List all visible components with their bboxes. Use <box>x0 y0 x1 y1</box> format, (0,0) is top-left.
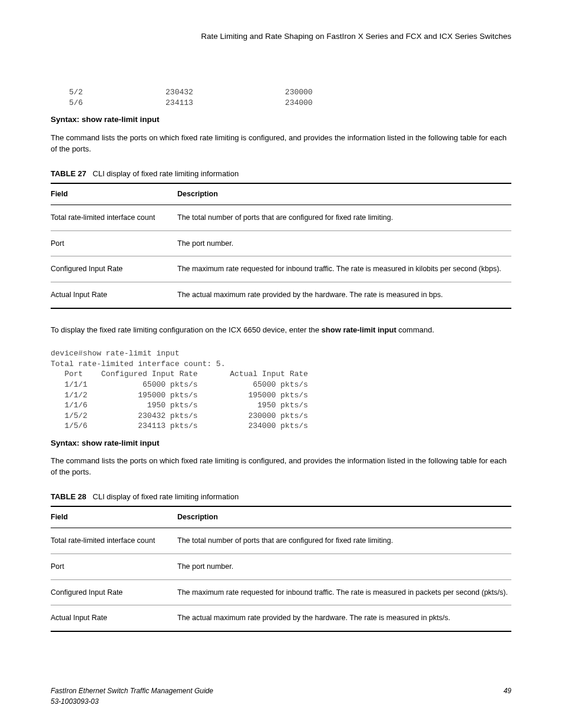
table-27-caption-text: CLI display of fixed rate limiting infor… <box>92 169 239 178</box>
para2-a: To display the fixed rate limiting confi… <box>51 325 322 334</box>
cell-desc: The actual maximum rate provided by the … <box>177 605 511 631</box>
paragraph-3: The command lists the ports on which fix… <box>51 455 511 478</box>
table-27-head-desc: Description <box>177 183 511 205</box>
cell-field: Port <box>51 230 177 256</box>
table-28-head-desc: Description <box>177 506 511 528</box>
cell-desc: The maximum rate requested for inbound t… <box>177 256 511 282</box>
table-row: Configured Input Rate The maximum rate r… <box>51 579 511 605</box>
cell-desc: The maximum rate requested for inbound t… <box>177 579 511 605</box>
table-28-head-field: Field <box>51 506 177 528</box>
code-output-2: device#show rate-limit input Total rate-… <box>51 348 511 431</box>
paragraph-2: To display the fixed rate limiting confi… <box>51 324 511 336</box>
cell-desc: The port number. <box>177 554 511 579</box>
syntax-line-1: Syntax: show rate-limit input <box>51 114 511 126</box>
table-row: Total rate-limited interface count The t… <box>51 205 511 230</box>
table-row: Configured Input Rate The maximum rate r… <box>51 256 511 282</box>
cell-desc: The total number of ports that are confi… <box>177 205 511 230</box>
table-28: Field Description Total rate-limited int… <box>51 506 511 632</box>
syntax-line-2: Syntax: show rate-limit input <box>51 437 511 449</box>
para2-bold: show rate-limit input <box>322 325 396 334</box>
cell-desc: The total number of ports that are confi… <box>177 528 511 554</box>
cell-field: Port <box>51 554 177 579</box>
page-header: Rate Limiting and Rate Shaping on FastIr… <box>51 31 511 42</box>
cell-field: Actual Input Rate <box>51 605 177 631</box>
page-footer: FastIron Ethernet Switch Traffic Managem… <box>51 686 511 707</box>
cell-field: Total rate-limited interface count <box>51 528 177 554</box>
cell-field: Total rate-limited interface count <box>51 205 177 230</box>
paragraph-1: The command lists the ports on which fix… <box>51 132 511 155</box>
table-28-caption-text: CLI display of fixed rate limiting infor… <box>92 492 239 501</box>
table-28-label: TABLE 28 <box>51 492 86 501</box>
table-row: Total rate-limited interface count The t… <box>51 528 511 554</box>
cell-field: Configured Input Rate <box>51 256 177 282</box>
cell-desc: The actual maximum rate provided by the … <box>177 282 511 308</box>
table-27: Field Description Total rate-limited int… <box>51 183 511 309</box>
table-28-caption: TABLE 28 CLI display of fixed rate limit… <box>51 491 511 503</box>
footer-page-number: 49 <box>504 686 511 707</box>
cell-field: Configured Input Rate <box>51 579 177 605</box>
para2-b: command. <box>396 325 434 334</box>
cell-desc: The port number. <box>177 230 511 256</box>
cell-field: Actual Input Rate <box>51 282 177 308</box>
table-27-caption: TABLE 27 CLI display of fixed rate limit… <box>51 168 511 180</box>
table-row: Actual Input Rate The actual maximum rat… <box>51 605 511 631</box>
table-row: Port The port number. <box>51 554 511 579</box>
table-row: Port The port number. <box>51 230 511 256</box>
footer-doc-title: FastIron Ethernet Switch Traffic Managem… <box>51 686 213 696</box>
footer-left: FastIron Ethernet Switch Traffic Managem… <box>51 686 213 707</box>
code-output-1: 5/2 230432 230000 5/6 234113 234000 <box>51 87 511 108</box>
footer-doc-number: 53-1003093-03 <box>51 696 213 707</box>
table-27-head-field: Field <box>51 183 177 205</box>
table-27-label: TABLE 27 <box>51 169 86 178</box>
table-row: Actual Input Rate The actual maximum rat… <box>51 282 511 308</box>
